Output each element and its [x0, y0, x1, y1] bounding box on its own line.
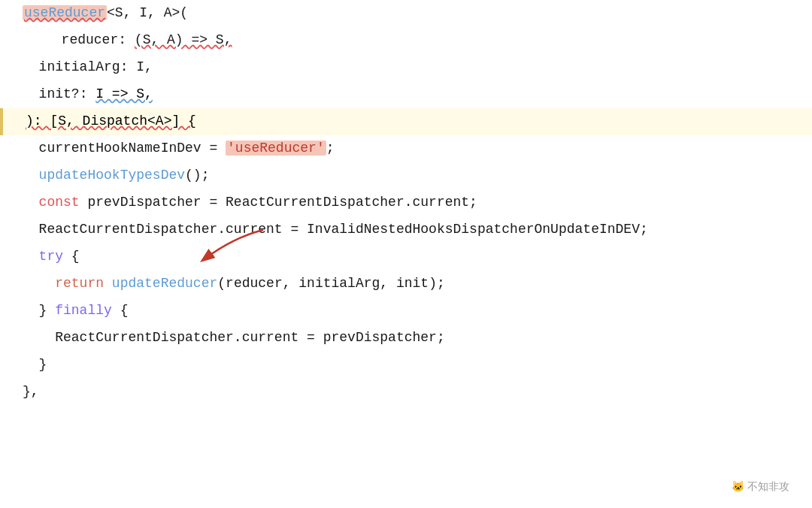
code-line-1: useReducer<S, I, A>( [0, 0, 812, 27]
code-line-9: ReactCurrentDispatcher.current = Invalid… [0, 216, 812, 243]
code-line-13: ReactCurrentDispatcher.current = prevDis… [0, 325, 812, 352]
code-text: }, [23, 380, 39, 404]
code-text: reducer: (S, A) => S, [45, 29, 232, 52]
code-text: init?: I => S, [23, 83, 153, 106]
code-line-5: ): [S, Dispatch<A>] { [0, 108, 812, 135]
code-line-6: currentHookNameInDev = 'useReducer'; [0, 135, 812, 162]
code-line-8: const prevDispatcher = ReactCurrentDispa… [0, 189, 812, 216]
code-line-4: init?: I => S, [0, 81, 812, 108]
code-text: ): [S, Dispatch<A>] { [26, 110, 196, 133]
code-text: initialArg: I, [23, 56, 153, 79]
code-block: useReducer<S, I, A>( reducer: (S, A) => … [0, 0, 812, 406]
arrow-annotation [180, 222, 278, 268]
code-line-15: }, [0, 379, 812, 406]
code-line-2: reducer: (S, A) => S, [23, 27, 812, 54]
code-text: updateHookTypesDev(); [23, 164, 209, 187]
code-text: useReducer<S, I, A>( [23, 2, 188, 25]
code-text: } [23, 353, 47, 376]
code-line-10: try { [0, 243, 812, 271]
code-line-3: initialArg: I, [0, 54, 812, 81]
code-line-11: return updateReducer(reducer, initialArg… [0, 271, 812, 298]
code-text: currentHookNameInDev = 'useReducer'; [23, 137, 335, 160]
watermark: 🐱不知非攻 [732, 478, 789, 494]
code-line-7: updateHookTypesDev(); [0, 162, 812, 189]
code-line-14: } [0, 352, 812, 379]
code-line-12: } finally { [0, 298, 812, 325]
code-text: ReactCurrentDispatcher.current = Invalid… [23, 218, 648, 241]
code-text: const prevDispatcher = ReactCurrentDispa… [23, 191, 477, 214]
code-text: ReactCurrentDispatcher.current = prevDis… [23, 326, 445, 349]
code-text: try { [23, 245, 80, 268]
code-text: return updateReducer(reducer, initialArg… [23, 272, 445, 295]
code-text: } finally { [23, 299, 128, 322]
